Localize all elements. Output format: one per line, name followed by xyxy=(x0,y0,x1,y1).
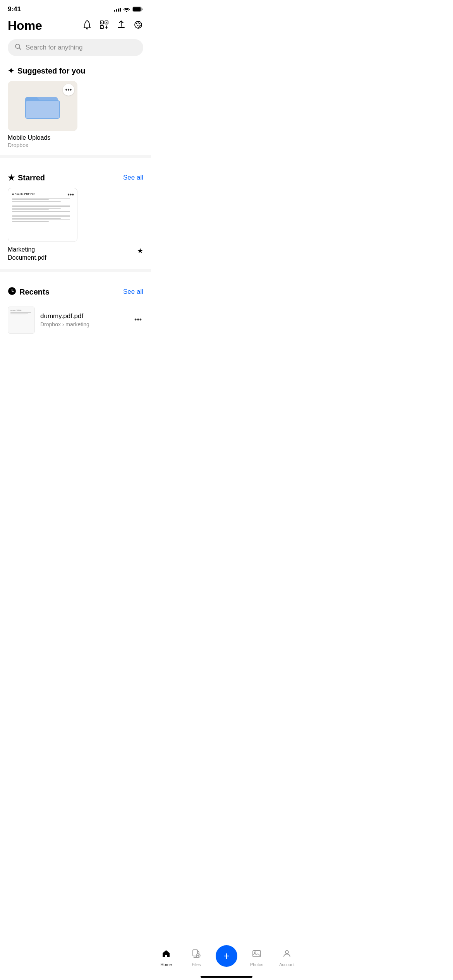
starred-label: Starred xyxy=(18,173,45,182)
file-more-button[interactable]: ••• xyxy=(67,191,74,198)
pdf-line xyxy=(12,219,70,220)
pdf-line xyxy=(12,206,70,207)
recents-header: Recents See all xyxy=(0,283,151,303)
palette-icon[interactable] xyxy=(133,20,143,32)
folder-card[interactable]: ••• Mobile Uploads Dropbox xyxy=(8,81,77,148)
folder-owner: Dropbox xyxy=(8,142,77,148)
svg-point-14 xyxy=(140,25,141,26)
search-icon xyxy=(15,43,22,52)
star-section-icon: ★ xyxy=(8,173,15,182)
folder-more-button[interactable]: ••• xyxy=(63,84,74,96)
header-actions xyxy=(82,20,143,32)
header: Home xyxy=(0,15,151,38)
folder-name: Mobile Uploads xyxy=(8,134,77,141)
search-bar[interactable]: Search for anything xyxy=(8,39,143,56)
pdf-line xyxy=(12,198,70,199)
pdf-line xyxy=(12,211,70,212)
file-card[interactable]: ••• A Simple PDF File xyxy=(0,188,151,262)
recent-more-button[interactable]: ••• xyxy=(133,314,143,326)
search-container: Search for anything xyxy=(0,38,151,62)
recent-item[interactable]: dummy PDF file dummy.pdf.pdf Dropbox › m… xyxy=(0,303,151,338)
file-name: MarketingDocument.pdf xyxy=(8,246,134,262)
battery-icon xyxy=(132,7,143,12)
file-star-icon[interactable]: ★ xyxy=(137,247,143,255)
svg-point-12 xyxy=(138,22,139,23)
search-placeholder: Search for anything xyxy=(26,44,82,51)
svg-rect-1 xyxy=(133,7,141,12)
pdf-line xyxy=(12,205,70,206)
starred-see-all[interactable]: See all xyxy=(123,174,143,182)
pdf-line xyxy=(12,218,61,219)
pdf-line xyxy=(12,216,70,217)
suggested-section: ✦ Suggested for you ••• Mobile Uploads D… xyxy=(0,62,151,148)
section-divider-2 xyxy=(0,269,151,272)
pdf-preview-title: A Simple PDF File xyxy=(12,193,73,195)
recents-label: Recents xyxy=(19,288,50,296)
recents-see-all[interactable]: See all xyxy=(123,288,143,296)
pdf-line xyxy=(12,208,61,209)
recent-file-info: dummy.pdf.pdf Dropbox › marketing xyxy=(40,312,127,327)
pdf-line xyxy=(12,199,49,200)
folder-thumbnail: ••• xyxy=(8,81,77,131)
recent-file-path: Dropbox › marketing xyxy=(40,321,127,327)
section-divider-1 xyxy=(0,155,151,158)
svg-point-13 xyxy=(139,23,141,24)
pdf-line xyxy=(12,221,49,222)
file-thumbnail: ••• A Simple PDF File xyxy=(8,188,77,242)
file-info: MarketingDocument.pdf ★ xyxy=(8,246,143,262)
status-time: 9:41 xyxy=(8,5,21,13)
status-icons xyxy=(114,7,143,12)
folder-icon xyxy=(25,93,60,120)
suggested-title: Suggested for you xyxy=(17,67,86,75)
pdf-line xyxy=(12,201,61,202)
svg-rect-18 xyxy=(26,101,59,118)
recent-file-thumbnail: dummy PDF file xyxy=(8,307,35,334)
recents-section: Recents See all dummy PDF file dummy.pdf… xyxy=(0,279,151,338)
signal-icon xyxy=(114,7,121,12)
wifi-icon xyxy=(123,7,130,12)
svg-line-16 xyxy=(19,48,21,50)
recents-title: Recents xyxy=(8,287,50,297)
starred-title: ★ Starred xyxy=(8,173,45,182)
pdf-line xyxy=(12,215,70,216)
status-bar: 9:41 xyxy=(0,0,151,15)
suggested-header: ✦ Suggested for you xyxy=(8,66,143,75)
scan-icon[interactable] xyxy=(99,20,109,32)
pdf-line xyxy=(12,209,49,210)
recent-file-name: dummy.pdf.pdf xyxy=(40,312,127,320)
starred-header: ★ Starred See all xyxy=(0,169,151,188)
starred-section: ★ Starred See all ••• A Simple PDF File xyxy=(0,165,151,262)
notification-icon[interactable] xyxy=(82,20,92,32)
pdf-preview: A Simple PDF File xyxy=(12,192,73,222)
page-title: Home xyxy=(8,19,42,33)
upload-icon[interactable] xyxy=(116,20,126,32)
suggested-icon: ✦ xyxy=(8,66,14,75)
clock-icon xyxy=(8,287,16,297)
svg-point-11 xyxy=(136,23,137,24)
